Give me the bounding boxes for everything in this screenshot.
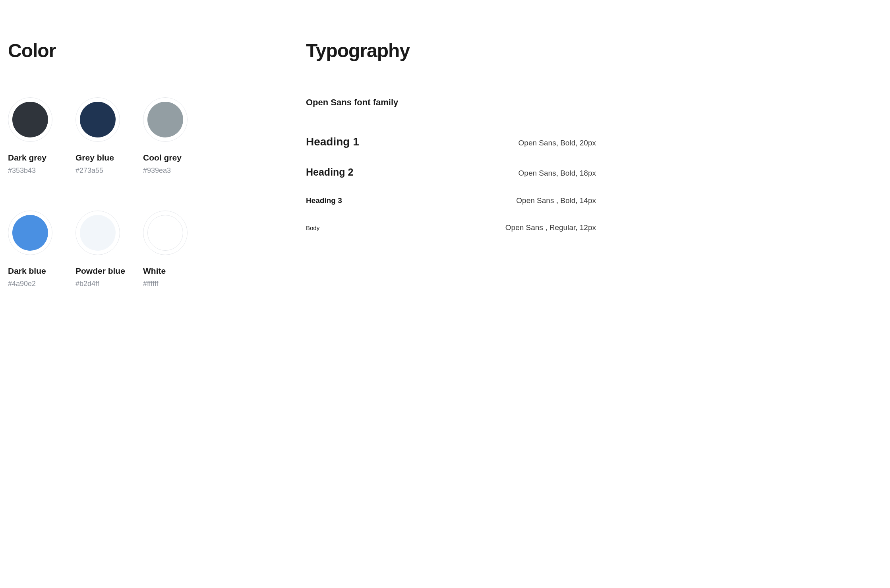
swatch-ring bbox=[8, 211, 52, 255]
type-sample: Heading 1 bbox=[306, 135, 359, 148]
swatch-ring bbox=[8, 97, 52, 142]
swatch-fill bbox=[12, 102, 48, 137]
swatch-ring bbox=[143, 211, 188, 255]
swatch-fill bbox=[147, 102, 183, 137]
color-hex: #939ea3 bbox=[143, 166, 171, 175]
color-hex: #273a55 bbox=[75, 166, 103, 175]
color-name: Powder blue bbox=[75, 266, 125, 276]
color-section-title: Color bbox=[8, 40, 211, 62]
color-swatch-dark-grey: Dark grey #353b43 bbox=[8, 97, 75, 175]
type-spec: Open Sans, Bold, 18px bbox=[519, 169, 596, 178]
typography-section-title: Typography bbox=[306, 40, 596, 62]
swatch-ring bbox=[75, 211, 120, 255]
typography-section: Typography Open Sans font family Heading… bbox=[306, 40, 596, 288]
type-spec: Open Sans , Regular, 12px bbox=[505, 223, 596, 232]
type-row-heading-1: Heading 1 Open Sans, Bold, 20px bbox=[306, 135, 596, 148]
swatch-ring bbox=[75, 97, 120, 142]
color-section: Color Dark grey #353b43 Grey blue #273a5… bbox=[8, 40, 211, 288]
swatch-fill bbox=[147, 215, 183, 251]
swatch-fill bbox=[12, 215, 48, 251]
color-hex: #353b43 bbox=[8, 166, 36, 175]
type-sample: Heading 3 bbox=[306, 196, 342, 205]
type-row-heading-3: Heading 3 Open Sans , Bold, 14px bbox=[306, 196, 596, 205]
type-spec: Open Sans, Bold, 20px bbox=[519, 139, 596, 147]
color-name: White bbox=[143, 266, 166, 276]
font-family-label: Open Sans font family bbox=[306, 97, 596, 108]
swatch-fill bbox=[80, 102, 116, 137]
color-name: Grey blue bbox=[75, 153, 114, 162]
color-swatch-grey-blue: Grey blue #273a55 bbox=[75, 97, 143, 175]
type-sample: Body bbox=[306, 224, 319, 231]
color-swatch-dark-blue: Dark blue #4a90e2 bbox=[8, 211, 75, 288]
style-guide-container: Color Dark grey #353b43 Grey blue #273a5… bbox=[8, 40, 596, 288]
color-hex: #4a90e2 bbox=[8, 280, 36, 288]
color-hex: #b2d4ff bbox=[75, 280, 99, 288]
swatch-ring bbox=[143, 97, 188, 142]
color-name: Dark grey bbox=[8, 153, 46, 162]
color-name: Cool grey bbox=[143, 153, 182, 162]
color-swatch-cool-grey: Cool grey #939ea3 bbox=[143, 97, 211, 175]
type-sample: Heading 2 bbox=[306, 166, 353, 178]
color-hex: #ffffff bbox=[143, 280, 158, 288]
type-row-heading-2: Heading 2 Open Sans, Bold, 18px bbox=[306, 166, 596, 178]
type-spec: Open Sans , Bold, 14px bbox=[516, 196, 596, 205]
type-row-body: Body Open Sans , Regular, 12px bbox=[306, 223, 596, 232]
color-grid: Dark grey #353b43 Grey blue #273a55 Cool… bbox=[8, 97, 211, 288]
color-swatch-white: White #ffffff bbox=[143, 211, 211, 288]
color-name: Dark blue bbox=[8, 266, 46, 276]
color-swatch-powder-blue: Powder blue #b2d4ff bbox=[75, 211, 143, 288]
swatch-fill bbox=[80, 215, 116, 251]
